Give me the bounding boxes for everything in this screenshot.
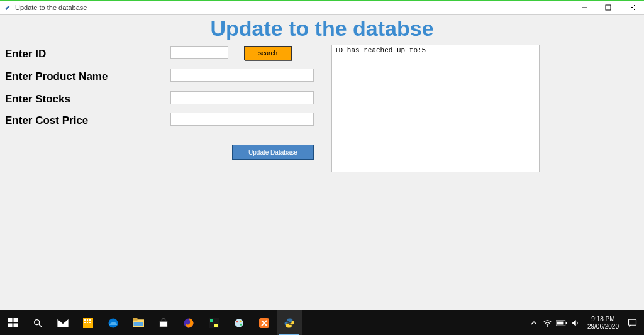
- svg-rect-7: [13, 323, 18, 327]
- svg-point-29: [240, 323, 242, 325]
- label-cost: Enter Cost Price: [5, 114, 88, 127]
- svg-point-28: [240, 320, 242, 322]
- search-button[interactable]: search: [244, 46, 292, 60]
- label-stocks: Enter Stocks: [5, 93, 70, 106]
- svg-rect-11: [84, 319, 86, 321]
- close-button[interactable]: [620, 0, 644, 15]
- pycharm-icon[interactable]: [201, 310, 226, 335]
- notification-icon[interactable]: [624, 310, 640, 335]
- main-content: Update to the databse Enter ID Enter Pro…: [0, 15, 644, 310]
- tk-feather-icon: [4, 4, 11, 11]
- svg-rect-6: [8, 323, 13, 327]
- svg-point-8: [35, 319, 40, 324]
- volume-icon[interactable]: [569, 310, 582, 335]
- svg-point-26: [235, 319, 243, 327]
- paint-icon[interactable]: [226, 310, 252, 335]
- svg-point-31: [547, 325, 548, 326]
- window-buttons: [572, 0, 644, 15]
- cost-price-input[interactable]: [170, 113, 314, 126]
- taskbar-time: 9:18 PM: [587, 316, 619, 323]
- firefox-icon[interactable]: [176, 310, 201, 335]
- svg-rect-25: [214, 324, 218, 327]
- svg-point-27: [236, 321, 238, 322]
- maximize-button[interactable]: [596, 0, 620, 15]
- svg-rect-16: [89, 322, 91, 323]
- svg-rect-21: [160, 321, 167, 327]
- page-heading: Update to the databse: [0, 16, 644, 41]
- battery-icon[interactable]: [555, 310, 569, 335]
- windows-taskbar: 9:18 PM 29/06/2020: [0, 310, 644, 335]
- label-product: Enter Product Name: [5, 70, 108, 83]
- svg-rect-33: [565, 322, 567, 324]
- label-id: Enter ID: [5, 48, 46, 60]
- taskbar-clock[interactable]: 9:18 PM 29/06/2020: [582, 316, 624, 331]
- app-grid-icon[interactable]: [75, 310, 101, 335]
- search-icon[interactable]: [25, 310, 50, 335]
- window-title: Update to the database: [15, 4, 572, 11]
- output-textarea[interactable]: ID has reached up to:5: [331, 45, 540, 172]
- wifi-icon[interactable]: [541, 310, 555, 335]
- file-explorer-icon[interactable]: [126, 310, 151, 335]
- mail-icon[interactable]: [50, 310, 75, 335]
- svg-rect-1: [606, 5, 611, 10]
- svg-rect-13: [89, 319, 91, 321]
- python-icon[interactable]: [277, 310, 302, 335]
- edge-icon[interactable]: [101, 310, 126, 335]
- id-input[interactable]: [170, 46, 228, 59]
- svg-rect-35: [628, 319, 636, 325]
- svg-rect-34: [557, 321, 564, 324]
- svg-rect-5: [13, 318, 18, 322]
- update-database-button[interactable]: Update Database: [232, 145, 314, 160]
- xampp-icon[interactable]: [252, 310, 277, 335]
- svg-rect-12: [87, 319, 88, 321]
- svg-rect-15: [87, 322, 88, 323]
- minimize-button[interactable]: [572, 0, 596, 15]
- stocks-input[interactable]: [170, 91, 314, 104]
- svg-rect-20: [134, 322, 143, 326]
- svg-rect-4: [8, 318, 13, 322]
- product-name-input[interactable]: [170, 69, 314, 82]
- svg-rect-14: [84, 322, 86, 323]
- svg-rect-19: [133, 318, 138, 321]
- tray-chevron-icon[interactable]: [527, 310, 541, 335]
- window-titlebar: Update to the database: [0, 0, 644, 15]
- taskbar-date: 29/06/2020: [587, 323, 619, 331]
- start-button[interactable]: [0, 310, 25, 335]
- svg-line-9: [39, 324, 42, 327]
- svg-rect-24: [210, 319, 213, 322]
- store-icon[interactable]: [151, 310, 176, 335]
